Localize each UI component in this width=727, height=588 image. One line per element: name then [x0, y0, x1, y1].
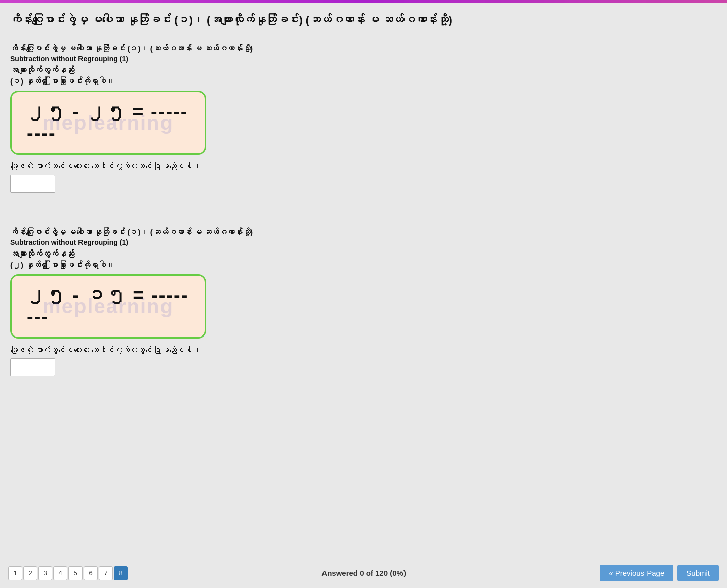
page-title: ကိန်းဂျပြောင်းဖွဲ့မှ မပါသော နုတ်ခြင်း (၁… [0, 3, 727, 34]
submit-button[interactable]: Submit [677, 565, 719, 581]
question-label-2: ကိန်းဂျပြောင်းဖွဲ့မှ မပါသော နုတ်ခြင်း (၁… [10, 228, 717, 236]
section-header-1: အလျားလိုက်တွက်နည်း [10, 66, 717, 75]
answer-input-2[interactable] [10, 358, 55, 376]
answer-prompt-2: အဖြေကို အောက်တွင်ပေးထားသော လေးဒေါင်ကွက်ထ… [10, 346, 717, 354]
page-numbers: 1 2 3 4 5 6 7 8 [8, 566, 128, 580]
question-subtitle-1: Subtraction without Regrouping (1) [10, 55, 717, 63]
page-btn-7[interactable]: 7 [99, 566, 113, 580]
answer-prompt-1: အဖြေကို အောက်တွင်ပေးထားသော လေးဒေါင်ကွက်ထ… [10, 162, 717, 171]
section-header-2: အလျားလိုက်တွက်နည်း [10, 249, 717, 259]
question-instruction-1: (၁) နုတ်၍ ဖြားနားဖြင်းကိုရှာပါ။ [10, 77, 717, 86]
bottom-bar: 1 2 3 4 5 6 7 8 Answered 0 of 120 (0%) «… [0, 558, 727, 588]
page-btn-3[interactable]: 3 [38, 566, 52, 580]
progress-text: Answered 0 of 120 (0%) [128, 569, 600, 577]
math-box-container-1: meplearning ၂၅ - ၂၅ = --------- [10, 91, 206, 155]
answer-input-1[interactable] [10, 175, 55, 193]
question-block-1: ကိန်းဂျပြောင်းဖွဲ့မှ မပါသော နုတ်ခြင်း (၁… [10, 39, 717, 208]
page-btn-6[interactable]: 6 [84, 566, 98, 580]
math-display-1: ၂၅ - ၂၅ = --------- [10, 91, 206, 155]
page-btn-1[interactable]: 1 [8, 566, 22, 580]
page-btn-8[interactable]: 8 [114, 566, 128, 580]
math-box-container-2: meplearning ၂၅ - ၁၅ = -------- [10, 274, 206, 339]
question-block-2: ကိန်းဂျပြောင်းဖွဲ့မှ မပါသော နုတ်ခြင်း (၁… [10, 223, 717, 391]
question-label-1: ကိန်းဂျပြောင်းဖွဲ့မှ မပါသော နုတ်ခြင်း (၁… [10, 44, 717, 53]
page-btn-4[interactable]: 4 [53, 566, 67, 580]
page-btn-5[interactable]: 5 [68, 566, 83, 580]
page-btn-2[interactable]: 2 [23, 566, 37, 580]
math-display-2: ၂၅ - ၁၅ = -------- [10, 274, 206, 339]
prev-page-button[interactable]: « Previous Page [600, 565, 673, 581]
question-instruction-2: (၂) နုတ်၍ ဖြားနားဖြင်းကိုရှာပါ။ [10, 261, 717, 269]
content-area: ကိန်းဂျပြောင်းဖွဲ့မှ မပါသော နုတ်ခြင်း (၁… [0, 34, 727, 447]
question-subtitle-2: Subtraction without Regrouping (1) [10, 238, 717, 246]
nav-buttons: « Previous Page Submit [600, 565, 719, 581]
